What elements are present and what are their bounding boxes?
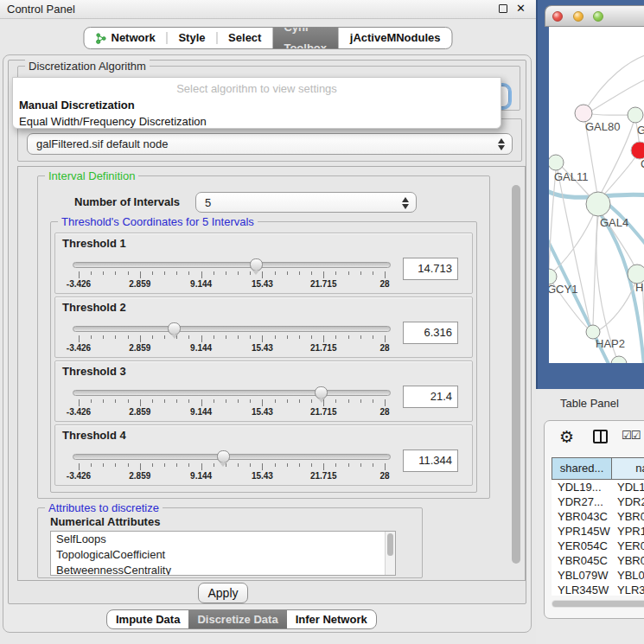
tab-select[interactable]: Select — [217, 28, 272, 48]
table-row[interactable]: YPR145WYPR1 — [552, 524, 644, 539]
table-data-combo[interactable]: galFiltered.sif default node — [27, 133, 513, 155]
settings-scrollbar[interactable] — [510, 169, 522, 577]
tab-discretize-data[interactable]: Discretize Data — [188, 610, 286, 628]
close-window-icon[interactable] — [552, 11, 563, 22]
tab-impute-data[interactable]: Impute Data — [107, 610, 188, 628]
threshold-value[interactable]: 14.713 — [403, 258, 458, 280]
table-hscrollbar-thumb[interactable] — [552, 601, 644, 607]
network-node[interactable] — [575, 105, 592, 122]
ruler-tick — [311, 335, 312, 339]
network-node[interactable] — [628, 107, 643, 123]
ruler-tick — [79, 335, 80, 342]
slider-thumb[interactable] — [250, 258, 263, 271]
network-node[interactable] — [549, 155, 564, 170]
ruler-tick — [128, 335, 129, 339]
network-edge — [585, 122, 598, 200]
slider-thumb[interactable] — [315, 386, 328, 399]
network-edge — [599, 283, 635, 330]
ruler-label: 28 — [379, 279, 389, 289]
ruler-tick — [335, 271, 336, 275]
ruler-tick — [275, 271, 276, 275]
threshold-slider-track[interactable] — [73, 326, 391, 332]
minimize-window-icon[interactable] — [573, 11, 583, 22]
network-edge — [603, 156, 636, 196]
network-icon — [95, 33, 106, 44]
threshold-panel: Threshold 3-3.4262.8599.14415.4321.71528… — [54, 360, 473, 422]
float-panel-icon[interactable] — [499, 4, 507, 13]
tab-jactivemnodules[interactable]: jActiveMNodules — [339, 28, 452, 48]
tab-label: Impute Data — [116, 609, 180, 629]
threshold-slider-track[interactable] — [73, 454, 391, 460]
thresholds-group: Threshold's Coordinates for 5 Intervals … — [50, 221, 477, 493]
ruler-label: 9.144 — [190, 279, 212, 289]
table-row[interactable]: YDL19...YDL1 — [552, 480, 644, 494]
apply-button[interactable]: Apply — [198, 583, 248, 603]
num-intervals-spinner[interactable]: 5 — [195, 192, 417, 213]
tab-network[interactable]: Network — [84, 28, 166, 48]
select-columns-icon[interactable]: ☑☑ — [622, 429, 640, 442]
tab-infer-network[interactable]: Infer Network — [287, 610, 376, 628]
slider-thumb[interactable] — [168, 322, 181, 335]
threshold-label: Threshold 1 — [62, 237, 126, 250]
ruler-tick — [115, 271, 116, 275]
ruler-tick — [262, 271, 263, 278]
threshold-slider-track[interactable] — [73, 390, 391, 396]
slider-thumb[interactable] — [217, 450, 230, 463]
dropdown-item-manual-discretization[interactable]: Manual Discretization — [13, 97, 501, 113]
table-row[interactable]: YLR345WYLR3 — [552, 583, 644, 596]
ruler-label: 15.43 — [252, 407, 273, 417]
ruler-tick — [201, 271, 202, 278]
table-row[interactable]: YBR045CYBR0 — [552, 553, 644, 568]
thresholds-group-title: Threshold's Coordinates for 5 Intervals — [58, 215, 258, 228]
ruler-tick — [238, 463, 239, 467]
ruler-tick — [275, 463, 276, 467]
ruler-label: 21.715 — [310, 407, 337, 417]
network-node[interactable] — [586, 192, 610, 216]
table-toolbar: ⚙ ☑☑ — [545, 426, 644, 450]
tab-style[interactable]: Style — [167, 28, 216, 48]
table-row[interactable]: YDR27...YDR2 — [552, 494, 644, 509]
ruler-tick — [360, 335, 361, 339]
dropdown-item-equal-width-frequency[interactable]: Equal Width/Frequency Discretization — [13, 113, 501, 130]
ruler-tick — [79, 271, 80, 278]
columns-icon[interactable] — [593, 430, 608, 443]
table-data-combo-value: galFiltered.sif default node — [36, 134, 168, 154]
threshold-slider-track[interactable] — [73, 262, 391, 268]
column-header-name[interactable]: na — [612, 457, 644, 480]
numerical-attributes-list[interactable]: SelfLoopsTopologicalCoefficientBetweenne… — [50, 531, 396, 576]
attribute-item[interactable]: BetweennessCentrality — [51, 563, 395, 576]
ruler-tick — [348, 335, 349, 339]
table-row[interactable]: YBR043CYBR0 — [552, 509, 644, 524]
ruler-tick — [262, 463, 263, 470]
ruler-tick — [226, 399, 226, 403]
attribute-item[interactable]: SelfLoops — [51, 532, 395, 547]
network-node[interactable] — [611, 356, 627, 363]
ruler-tick — [360, 271, 361, 275]
threshold-value[interactable]: 6.316 — [403, 322, 458, 344]
ruler-tick — [299, 463, 300, 467]
ruler-tick — [335, 399, 336, 403]
network-window-titlebar[interactable] — [545, 5, 644, 27]
table-hscrollbar[interactable] — [552, 600, 644, 608]
table-row[interactable]: YER054CYER0 — [552, 539, 644, 553]
tab-cyni-toolbox[interactable]: Cyni Toolbox — [272, 28, 338, 48]
threshold-value[interactable]: 21.4 — [403, 386, 458, 408]
network-node[interactable] — [631, 142, 644, 159]
zoom-window-icon[interactable] — [593, 11, 603, 22]
tab-label: Discretize Data — [197, 609, 277, 629]
threshold-value[interactable]: 11.344 — [403, 450, 458, 472]
ruler-tick — [311, 399, 312, 403]
ruler-tick — [79, 463, 80, 470]
attribute-item[interactable]: TopologicalCoefficient — [51, 547, 395, 563]
cell-name: YBR0 — [612, 509, 644, 524]
column-header-shared[interactable]: shared... — [552, 457, 612, 480]
close-panel-icon[interactable]: ✕ — [516, 2, 526, 15]
ruler-tick — [299, 335, 300, 339]
ruler-tick — [287, 463, 288, 467]
attributes-scrollbar[interactable] — [385, 532, 395, 575]
network-canvas[interactable]: GAL80GCGAL11GAL4GCY1HHAP2 — [549, 27, 644, 363]
ruler-label: 2.859 — [129, 407, 150, 417]
gear-icon[interactable]: ⚙ — [559, 427, 574, 447]
table-row[interactable]: YBL079WYBL0 — [552, 568, 644, 583]
settings-scrollbar-thumb[interactable] — [512, 185, 520, 564]
